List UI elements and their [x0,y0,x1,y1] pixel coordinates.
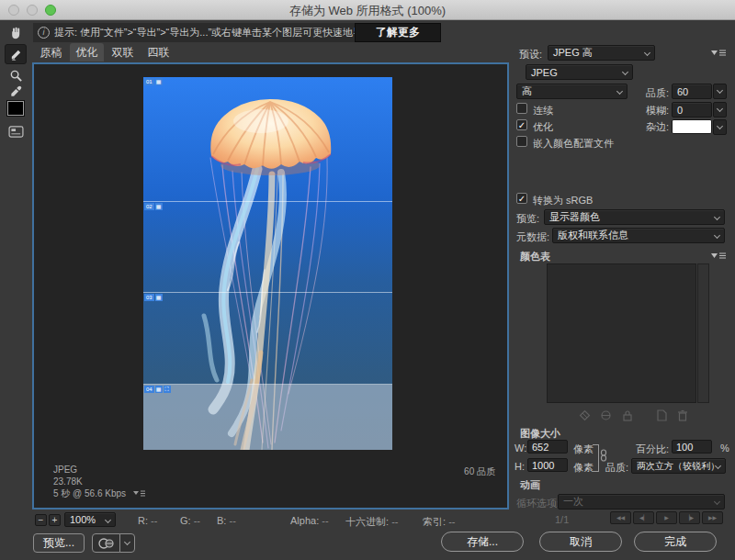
save-button[interactable]: 存储... [441,532,524,552]
height-unit: 像素 [573,461,594,475]
metadata-select[interactable]: 版权和联系信息 [552,228,725,243]
tab-original[interactable]: 原稿 [34,43,68,62]
zoom-out-button[interactable]: − [35,514,47,526]
blur-value[interactable]: 0 [672,102,712,118]
convert-srgb-label: 转换为 sRGB [533,194,593,207]
next-frame-button[interactable]: ▕▶ [679,511,700,524]
readout-red: R: -- [138,515,157,526]
percent-label: 百分比: [634,442,669,456]
slice-type-icon: ▦ [155,294,163,301]
map-transparency-icon[interactable] [577,409,592,422]
resample-label: 品质: [603,461,628,475]
embed-profile-checkbox[interactable] [516,136,527,147]
optimized-preview-pane[interactable]: 01▦ 02▦ 03▦ 04▦⛶ JPEG 23.78K 5 秒 @ 56.6 … [33,63,508,509]
chevron-down-icon [717,106,723,112]
progressive-checkbox[interactable] [516,103,527,114]
done-button[interactable]: 完成 [634,532,717,552]
color-swatch[interactable] [7,101,24,116]
loop-options-select[interactable]: 一次 [558,494,725,510]
browser-preview-button[interactable] [92,533,120,553]
color-table-scrollbar[interactable] [697,263,709,403]
percent-input[interactable]: 100 [672,440,712,454]
hand-tool-icon[interactable] [5,23,27,43]
color-table-menu-icon[interactable] [711,252,726,260]
preview-button[interactable]: 预览... [33,533,85,553]
chevron-down-icon [714,214,720,220]
width-label: W: [514,442,526,454]
window-title: 存储为 Web 所用格式 (100%) [0,3,735,19]
width-unit: 像素 [573,442,594,456]
matte-label: 杂边: [638,120,669,134]
blur-slider-toggle[interactable] [713,102,727,118]
blur-label: 模糊: [638,104,669,118]
dimension-link-bracket [593,444,599,472]
slice-select-tool-icon[interactable] [5,44,27,64]
preview-mode-label: 预览: [516,212,539,226]
resample-select[interactable]: 两次立方（较锐利） [631,458,726,474]
browser-preview-menu[interactable] [119,533,135,553]
matte-menu-toggle[interactable] [713,119,727,135]
toggle-slices-icon[interactable] [5,121,27,141]
web-shift-icon[interactable] [598,409,613,422]
tip-bar: i 提示: 使用“文件”>“导出”>“导出为...”或右键单击某个图层可更快速地… [33,23,441,42]
quality-slider-toggle[interactable] [713,84,727,99]
zoom-level-select[interactable]: 100% [64,512,116,527]
slice-number: 01 [144,78,154,85]
jellyfish-image[interactable]: 01▦ 02▦ 03▦ 04▦⛶ [143,77,392,450]
image-size-label: 图像大小 [520,427,560,441]
tab-2up[interactable]: 双联 [106,43,140,62]
embed-profile-label: 嵌入颜色配置文件 [533,137,614,151]
compression-select[interactable]: 高 [516,84,628,99]
slice-badge[interactable]: 04▦⛶ [144,386,171,393]
format-select[interactable]: JPEG [526,64,633,80]
new-color-icon[interactable] [654,409,669,422]
lock-color-icon[interactable] [620,409,635,422]
slice-type-icon: ▦ [155,78,163,85]
slice-number: 04 [144,386,154,393]
last-frame-button[interactable]: ▶▶ [702,511,723,524]
chevron-down-icon [124,539,130,545]
chevron-down-icon [105,516,111,522]
height-input[interactable]: 1000 [527,458,568,472]
preset-panel-menu-icon[interactable] [711,49,726,57]
first-frame-button[interactable]: ◀◀ [610,511,631,524]
status-format: JPEG [53,464,145,476]
tab-optimized[interactable]: 优化 [70,43,104,62]
eyedropper-tool-icon[interactable] [5,81,27,101]
width-input[interactable]: 652 [527,440,568,454]
zoom-in-button[interactable]: + [49,514,61,526]
play-button[interactable]: ▶ [656,511,677,524]
convert-srgb-checkbox[interactable]: ✓ [516,193,527,204]
learn-more-button[interactable]: 了解更多 [355,23,441,42]
status-filesize: 23.78K [53,476,145,487]
delete-color-icon[interactable] [675,409,690,422]
slice-number: 02 [144,203,154,210]
tab-4up[interactable]: 四联 [141,43,175,62]
quality-label: 品质: [638,86,669,100]
slice-type-icon: ▦ [155,203,163,210]
preset-label: 预设: [519,48,542,62]
chevron-down-icon [622,69,628,75]
previous-frame-button[interactable]: ◀▏ [633,511,654,524]
slice-badge[interactable]: 02▦ [144,203,163,210]
preset-select[interactable]: JPEG 高 [548,45,655,61]
color-table[interactable] [547,263,696,403]
preview-tabs: 原稿 优化 双联 四联 [34,43,177,62]
quality-value[interactable]: 60 [672,84,712,99]
info-icon: i [38,27,50,39]
chevron-down-icon [644,50,650,56]
frame-counter: 1/1 [555,514,569,525]
cancel-button[interactable]: 取消 [539,532,622,552]
readout-index: 索引: -- [423,515,455,529]
slice-number: 03 [144,294,154,301]
title-bar: 存储为 Web 所用格式 (100%) [0,0,735,20]
matte-color-swatch[interactable] [672,119,712,134]
optimized-checkbox[interactable]: ✓ [516,119,527,130]
slice-badge[interactable]: 01▦ [144,78,163,85]
chevron-down-icon [717,87,723,94]
preview-mode-select[interactable]: 显示器颜色 [544,209,725,225]
progressive-label: 连续 [533,104,553,118]
slice-badge[interactable]: 03▦ [144,294,163,301]
download-rate-menu-icon[interactable] [133,490,145,498]
status-quality: 60 品质 [464,465,495,478]
